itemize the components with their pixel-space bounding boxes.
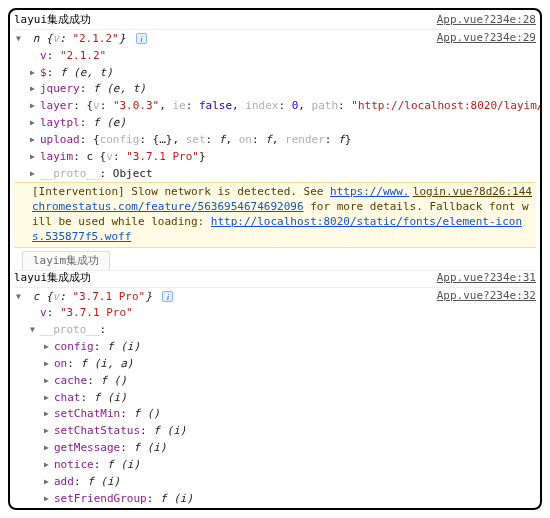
- log-entry: App.vue?234e:31 layui集成成功: [14, 271, 536, 286]
- disclosure-triangle-icon[interactable]: [44, 407, 54, 422]
- disclosure-triangle-icon[interactable]: [30, 99, 40, 114]
- source-link[interactable]: login.vue?8d26:144: [413, 185, 532, 200]
- warning-link[interactable]: omestatus.com/feature/5636954674692096: [52, 200, 304, 213]
- disclosure-triangle-icon[interactable]: [30, 150, 40, 165]
- disclosure-triangle-icon[interactable]: [44, 475, 54, 490]
- disclosure-triangle-icon[interactable]: [44, 508, 54, 510]
- disclosure-triangle-icon[interactable]: [30, 133, 40, 148]
- object-name: c: [33, 290, 40, 303]
- object-property[interactable]: layer: {v: "3.0.3", ie: false, index: 0,…: [14, 98, 536, 115]
- disclosure-triangle-icon[interactable]: [44, 458, 54, 473]
- log-message: layui集成成功: [14, 270, 91, 285]
- warning-entry: login.vue?8d26:144 [Intervention] Slow n…: [14, 182, 536, 247]
- source-link[interactable]: App.vue?234e:31: [437, 271, 536, 286]
- object-property[interactable]: msgbox: f (i): [14, 507, 536, 510]
- object-property[interactable]: getMessage: f (i): [14, 440, 536, 457]
- disclosure-triangle-icon[interactable]: [30, 323, 40, 338]
- warning-text: [Intervention] Slow network is detected.…: [32, 185, 330, 198]
- source-link[interactable]: App.vue?234e:32: [437, 289, 536, 304]
- object-property[interactable]: upload: {config: {…}, set: f, on: f, ren…: [14, 132, 536, 149]
- object-property[interactable]: setFriendGroup: f (i): [14, 491, 536, 508]
- disclosure-triangle-icon[interactable]: [30, 167, 40, 182]
- log-message: layui集成成功: [14, 12, 91, 27]
- object-property[interactable]: v: "2.1.2": [14, 48, 536, 65]
- object-property[interactable]: laytpl: f (e): [14, 115, 536, 132]
- object-property[interactable]: notice: f (i): [14, 457, 536, 474]
- object-property[interactable]: on: f (i, a): [14, 356, 536, 373]
- object-property[interactable]: add: f (i): [14, 474, 536, 491]
- info-icon[interactable]: i: [162, 291, 173, 302]
- object-property[interactable]: setChatMin: f (): [14, 406, 536, 423]
- object-property[interactable]: $: f (e, t): [14, 65, 536, 82]
- object-property[interactable]: v: "3.7.1 Pro": [14, 305, 536, 322]
- disclosure-triangle-icon[interactable]: [44, 340, 54, 355]
- object-property[interactable]: jquery: f (e, t): [14, 81, 536, 98]
- object-name: n: [33, 32, 40, 45]
- info-icon[interactable]: i: [136, 33, 147, 44]
- object-property[interactable]: layim: c {v: "3.7.1 Pro"}: [14, 149, 536, 166]
- disclosure-triangle-icon[interactable]: [44, 424, 54, 439]
- object-property[interactable]: __proto__: Object: [14, 166, 536, 183]
- object-property[interactable]: cache: f (): [14, 373, 536, 390]
- disclosure-triangle-icon[interactable]: [30, 66, 40, 81]
- source-link[interactable]: App.vue?234e:29: [437, 31, 536, 46]
- console-tab[interactable]: layim集成功: [22, 251, 110, 270]
- disclosure-triangle-icon[interactable]: [30, 82, 40, 97]
- disclosure-triangle-icon[interactable]: [30, 116, 40, 131]
- disclosure-triangle-icon[interactable]: [44, 391, 54, 406]
- disclosure-triangle-icon[interactable]: [16, 32, 26, 47]
- source-link[interactable]: App.vue?234e:28: [437, 13, 536, 28]
- log-entry-object: App.vue?234e:29 n {v: "2.1.2"} i v: "2.1…: [14, 31, 536, 183]
- disclosure-triangle-icon[interactable]: [16, 290, 26, 305]
- disclosure-triangle-icon[interactable]: [44, 492, 54, 507]
- disclosure-triangle-icon[interactable]: [44, 374, 54, 389]
- object-property[interactable]: setChatStatus: f (i): [14, 423, 536, 440]
- console-panel: App.vue?234e:28 layui集成成功 App.vue?234e:2…: [8, 8, 542, 510]
- disclosure-triangle-icon[interactable]: [44, 357, 54, 372]
- disclosure-triangle-icon[interactable]: [44, 441, 54, 456]
- object-property[interactable]: config: f (i): [14, 339, 536, 356]
- log-entry: App.vue?234e:28 layui集成成功: [14, 13, 536, 28]
- object-property[interactable]: __proto__:: [14, 322, 536, 339]
- warning-link[interactable]: ff: [118, 230, 131, 243]
- object-property[interactable]: chat: f (i): [14, 390, 536, 407]
- log-entry-object: App.vue?234e:32 c {v: "3.7.1 Pro"} i v: …: [14, 289, 536, 511]
